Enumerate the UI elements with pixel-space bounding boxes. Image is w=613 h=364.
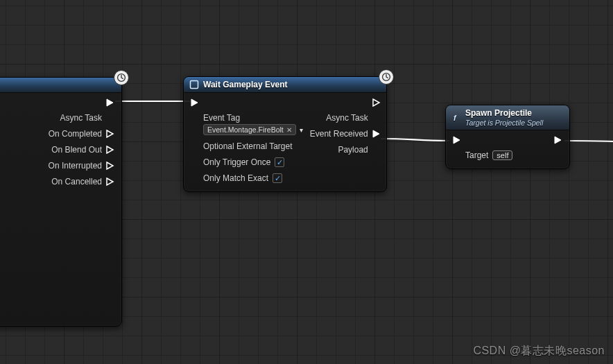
- event-tag-value: Event.Montage.FireBolt: [207, 125, 284, 134]
- svg-point-4: [192, 120, 198, 125]
- svg-point-5: [192, 144, 198, 149]
- node-header: f Spawn Projectile Target is Projectile …: [446, 105, 569, 130]
- pin-only-trigger-once[interactable]: Only Trigger Once: [191, 157, 284, 167]
- node-title: Wait Gameplay Event: [203, 80, 288, 89]
- pin-exec-out[interactable]: [554, 136, 562, 144]
- pin-exec-in[interactable]: [453, 136, 461, 144]
- latent-clock-icon: [114, 70, 129, 85]
- watermark: CSDN @暮志未晚season: [473, 344, 605, 358]
- pin-on-blend-out[interactable]: On Blend Out: [51, 145, 114, 155]
- node-wait-gameplay-event[interactable]: Wait Gameplay Event Event Tag Event.Mont…: [183, 76, 387, 192]
- function-icon: f: [451, 113, 461, 123]
- pin-on-cancelled[interactable]: On Cancelled: [51, 177, 114, 187]
- chevron-down-icon[interactable]: ▾: [300, 126, 303, 134]
- node-spawn-projectile[interactable]: f Spawn Projectile Target is Projectile …: [445, 105, 570, 169]
- checkbox-only-match-exact[interactable]: [273, 173, 282, 183]
- svg-point-9: [374, 147, 379, 153]
- pin-on-interrupted[interactable]: On Interrupted: [49, 161, 114, 171]
- clear-tag-icon[interactable]: ✕: [286, 126, 292, 134]
- svg-point-8: [374, 115, 379, 121]
- event-tag-pill[interactable]: Event.Montage.FireBolt ✕: [203, 124, 296, 135]
- pin-exec-out[interactable]: [106, 98, 114, 107]
- pin-event-received[interactable]: Event Received: [310, 129, 381, 139]
- pin-only-match-exact[interactable]: Only Match Exact: [191, 173, 282, 183]
- svg-text:f: f: [454, 114, 457, 122]
- node-title: Spawn Projectile: [465, 108, 532, 118]
- pin-async-task-out[interactable]: Async Task: [326, 113, 380, 123]
- target-self-value[interactable]: self: [492, 150, 512, 160]
- checkbox-only-trigger-once[interactable]: [275, 157, 284, 167]
- svg-point-11: [454, 153, 460, 158]
- pin-payload[interactable]: Payload: [338, 145, 380, 155]
- pin-exec-out[interactable]: [372, 98, 381, 107]
- node-type-icon: [189, 80, 199, 89]
- node-header: [0, 78, 121, 93]
- node-play-montage[interactable]: ation Scale d Out Async Task On Complete…: [0, 77, 122, 327]
- pin-optional-external-target[interactable]: Optional External Target: [191, 141, 293, 151]
- node-subtitle: Target is Projectile Spell: [465, 119, 543, 127]
- latent-clock-icon: [379, 69, 394, 85]
- svg-rect-2: [191, 81, 198, 89]
- svg-point-1: [107, 115, 113, 121]
- svg-point-6: [192, 159, 198, 165]
- pin-exec-in[interactable]: [191, 98, 199, 107]
- pin-async-task-out[interactable]: Async Task: [60, 113, 114, 123]
- pin-event-tag[interactable]: Event Tag Event.Montage.FireBolt ✕ ▾: [191, 113, 303, 135]
- pin-target[interactable]: Target self: [453, 150, 512, 160]
- event-tag-label: Event Tag: [203, 113, 303, 123]
- pin-on-completed[interactable]: On Completed: [49, 129, 114, 139]
- svg-point-7: [192, 175, 198, 181]
- node-header: Wait Gameplay Event: [184, 77, 386, 93]
